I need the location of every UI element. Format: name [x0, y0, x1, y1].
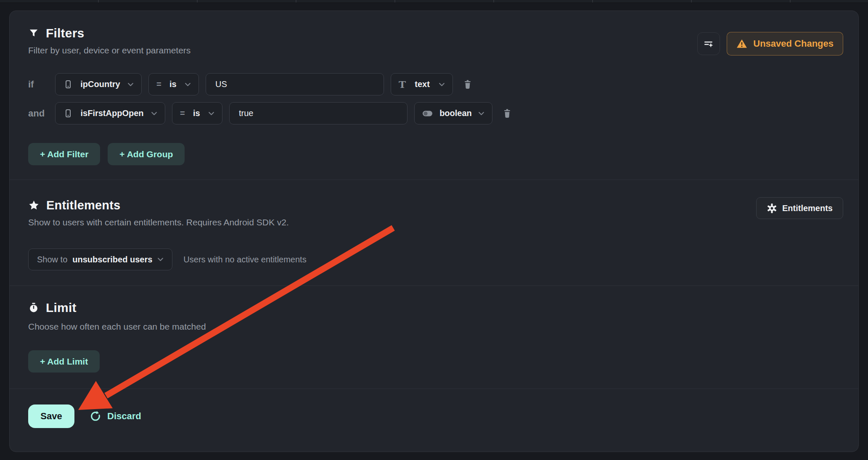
operator-value: is — [193, 108, 200, 118]
add-limit-button[interactable]: + Add Limit — [28, 350, 100, 373]
delete-filter-button[interactable] — [499, 106, 515, 122]
chevron-down-icon — [157, 257, 164, 262]
discard-label: Discard — [107, 411, 141, 422]
discard-button[interactable]: Discard — [90, 410, 141, 422]
top-tab-strip — [0, 0, 868, 3]
unsaved-changes-badge: Unsaved Changes — [727, 32, 843, 56]
trash-icon — [462, 79, 473, 90]
equals-symbol: = — [156, 79, 161, 89]
filter-row: and isFirstAppOpen = is — [28, 102, 843, 124]
stopwatch-icon — [28, 302, 39, 313]
show-to-value: unsubscribed users — [72, 255, 152, 264]
show-to-label: Show to — [37, 255, 67, 264]
type-select[interactable]: boolean — [414, 102, 492, 124]
filter-funnel-icon — [28, 28, 39, 39]
list-sparkle-icon — [703, 38, 715, 50]
trash-icon — [502, 108, 513, 119]
chevron-down-icon — [478, 111, 484, 116]
show-to-helper-text: Users with no active entitlements — [183, 255, 306, 264]
field-select[interactable]: isFirstAppOpen — [55, 102, 165, 124]
add-group-button[interactable]: + Add Group — [108, 143, 185, 165]
conjunction-label: and — [28, 108, 48, 119]
delete-filter-button[interactable] — [460, 77, 476, 93]
limit-subtitle: Choose how often each user can be matche… — [28, 322, 843, 332]
operator-value: is — [169, 79, 177, 89]
device-phone-icon — [63, 108, 73, 119]
equals-symbol: = — [180, 108, 185, 118]
conjunction-label: if — [28, 79, 48, 90]
type-value: text — [415, 79, 430, 89]
operator-select[interactable]: = is — [172, 102, 222, 124]
type-value: boolean — [439, 108, 472, 118]
type-select[interactable]: T text — [391, 73, 453, 95]
entitlements-section: Entitlements Show to users with certain … — [10, 180, 858, 270]
entitlements-title: Entitlements — [46, 198, 120, 212]
field-select[interactable]: ipCountry — [55, 73, 142, 95]
filter-row: if ipCountry = is — [28, 73, 843, 95]
show-to-select[interactable]: Show to unsubscribed users — [28, 249, 172, 270]
refresh-icon — [90, 410, 101, 422]
text-type-icon: T — [399, 79, 406, 89]
save-button[interactable]: Save — [28, 404, 74, 428]
warning-triangle-icon — [736, 38, 747, 49]
unsaved-changes-label: Unsaved Changes — [753, 38, 834, 49]
entitlements-button-label: Entitlements — [782, 204, 833, 213]
filters-title: Filters — [46, 26, 84, 40]
star-icon — [28, 200, 40, 211]
boolean-toggle-icon — [422, 110, 433, 117]
entitlements-settings-button[interactable]: Entitlements — [756, 197, 843, 219]
value-input[interactable] — [206, 73, 384, 95]
device-phone-icon — [63, 79, 73, 90]
entitlements-subtitle: Show to users with certain entitlements.… — [28, 217, 843, 227]
chevron-down-icon — [127, 82, 134, 87]
field-value: ipCountry — [80, 79, 120, 89]
gear-icon — [767, 203, 777, 214]
limit-title: Limit — [46, 301, 77, 315]
chevron-down-icon — [185, 82, 191, 87]
audience-settings-card: Filters Filter by user, device or event … — [9, 11, 859, 452]
filter-list-options-button[interactable] — [697, 32, 720, 55]
chevron-down-icon — [208, 111, 214, 116]
value-input[interactable] — [229, 102, 408, 124]
chevron-down-icon — [439, 82, 445, 87]
limit-section: Limit Choose how often each user can be … — [10, 286, 858, 373]
chevron-down-icon — [151, 111, 157, 116]
filters-section: Filters Filter by user, device or event … — [10, 11, 858, 165]
add-filter-button[interactable]: + Add Filter — [28, 143, 100, 165]
field-value: isFirstAppOpen — [80, 108, 143, 118]
footer-actions: Save Discard — [10, 389, 858, 428]
operator-select[interactable]: = is — [148, 73, 199, 95]
